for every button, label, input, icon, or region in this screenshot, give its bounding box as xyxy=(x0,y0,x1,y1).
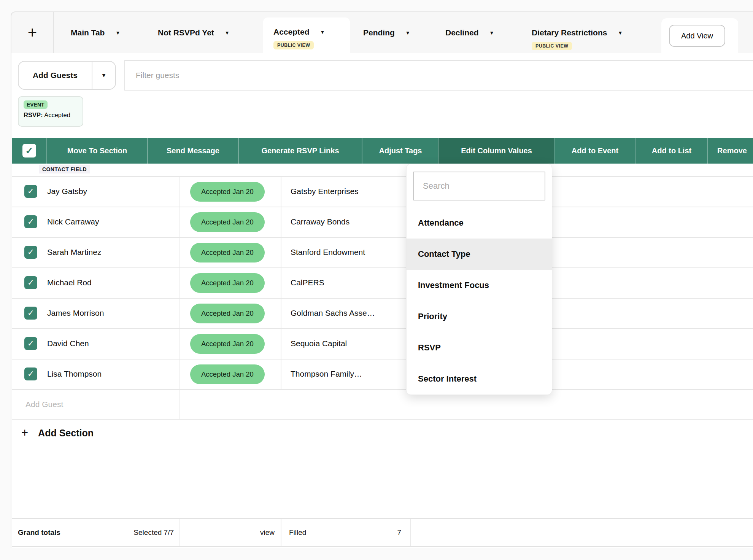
contact-field-column-header: CONTACT FIELD xyxy=(39,165,90,173)
select-all-checkbox[interactable]: ✓ xyxy=(22,144,36,158)
check-icon: ✓ xyxy=(27,369,34,379)
filter-field-value: Accepted xyxy=(44,111,70,118)
rsvp-status-badge[interactable]: Accepted Jan 20 xyxy=(190,243,265,262)
add-section-button[interactable]: + Add Section xyxy=(21,426,94,440)
remove-button[interactable]: Remove xyxy=(707,138,753,164)
add-view-button[interactable]: Add View xyxy=(669,25,725,47)
tab-label: Not RSVPd Yet xyxy=(158,28,214,37)
send-message-button[interactable]: Send Message xyxy=(147,138,238,164)
chevron-down-icon: ▼ xyxy=(101,72,106,78)
table-row: ✓ Lisa Thompson Accepted Jan 20 Thompson… xyxy=(12,359,753,389)
rsvp-status-badge[interactable]: Accepted Jan 20 xyxy=(190,334,265,354)
guest-list-app: + Main Tab ▼ Not RSVPd Yet ▼ Accepted ▼ … xyxy=(0,0,753,560)
tab-dietary-restrictions[interactable]: Dietary Restrictions ▼ PUBLIC VIEW xyxy=(532,12,623,53)
row-checkbox[interactable]: ✓ xyxy=(24,368,37,380)
company-cell[interactable]: Gatsby Enterprises xyxy=(291,177,359,206)
column-divider xyxy=(281,329,281,359)
menu-item-investment-focus[interactable]: Investment Focus xyxy=(407,270,552,301)
guest-name-cell[interactable]: Michael Rod xyxy=(47,268,92,297)
row-checkbox[interactable]: ✓ xyxy=(24,185,37,198)
column-divider xyxy=(281,177,281,207)
tab-label: Dietary Restrictions xyxy=(532,28,607,37)
view-tab-strip: + Main Tab ▼ Not RSVPd Yet ▼ Accepted ▼ … xyxy=(11,11,753,53)
check-icon: ✓ xyxy=(27,339,34,348)
company-cell[interactable]: Stanford Endowment xyxy=(291,238,365,267)
generate-rsvp-links-button[interactable]: Generate RSVP Links xyxy=(238,138,362,164)
add-to-list-button[interactable]: Add to List xyxy=(635,138,707,164)
column-divider xyxy=(180,207,180,237)
check-icon: ✓ xyxy=(25,145,33,156)
add-guests-dropdown-toggle[interactable]: ▼ xyxy=(92,62,115,89)
column-divider xyxy=(180,390,180,419)
table-row: ✓ James Morrison Accepted Jan 20 Goldman… xyxy=(12,298,753,328)
guest-name-cell[interactable]: Jay Gatsby xyxy=(47,177,87,206)
company-cell[interactable]: Goldman Sachs Asse… xyxy=(291,299,375,328)
guest-name-cell[interactable]: David Chen xyxy=(47,329,89,358)
row-checkbox[interactable]: ✓ xyxy=(24,246,37,259)
bulk-action-toolbar: ✓ Move To Section Send Message Generate … xyxy=(12,138,753,164)
check-icon: ✓ xyxy=(27,278,34,288)
add-guest-placeholder[interactable]: Add Guest xyxy=(25,390,63,419)
edit-column-values-button[interactable]: Edit Column Values xyxy=(438,138,554,164)
column-select-dropdown: Attendance Contact Type Investment Focus… xyxy=(406,164,552,395)
check-icon: ✓ xyxy=(27,186,34,196)
rsvp-status-badge[interactable]: Accepted Jan 20 xyxy=(190,212,265,232)
filter-field-label: RSVP: xyxy=(24,111,43,118)
tab-declined[interactable]: Declined ▼ xyxy=(445,12,494,53)
company-cell[interactable]: CalPERS xyxy=(291,268,324,297)
menu-item-attendance[interactable]: Attendance xyxy=(407,207,552,239)
check-icon: ✓ xyxy=(27,217,34,227)
menu-item-priority[interactable]: Priority xyxy=(407,301,552,332)
table-row: ✓ David Chen Accepted Jan 20 Sequoia Cap… xyxy=(12,328,753,359)
column-divider xyxy=(410,519,411,546)
guest-name-cell[interactable]: James Morrison xyxy=(47,299,104,328)
column-divider xyxy=(180,299,180,328)
row-checkbox[interactable]: ✓ xyxy=(24,307,37,320)
column-search-input[interactable] xyxy=(413,172,545,200)
company-cell[interactable]: Thompson Family… xyxy=(291,360,362,388)
add-tab-button[interactable]: + xyxy=(11,12,54,53)
menu-item-sector-interest[interactable]: Sector Interest xyxy=(407,363,552,395)
row-checkbox[interactable]: ✓ xyxy=(24,337,37,350)
add-guest-row[interactable]: Add Guest xyxy=(12,389,753,420)
move-to-section-button[interactable]: Move To Section xyxy=(46,138,147,164)
add-guests-split-button[interactable]: Add Guests ▼ xyxy=(18,61,116,90)
chevron-down-icon: ▼ xyxy=(618,30,623,36)
adjust-tags-button[interactable]: Adjust Tags xyxy=(362,138,438,164)
rsvp-status-badge[interactable]: Accepted Jan 20 xyxy=(190,182,265,202)
table-row: ✓ Michael Rod Accepted Jan 20 CalPERS xyxy=(12,267,753,298)
rsvp-status-badge[interactable]: Accepted Jan 20 xyxy=(190,364,265,384)
add-view-container: Add View xyxy=(661,18,738,53)
rsvp-status-badge[interactable]: Accepted Jan 20 xyxy=(190,304,265,323)
column-divider xyxy=(281,268,281,298)
guest-name-cell[interactable]: Lisa Thompson xyxy=(47,360,102,388)
select-all-cell: ✓ xyxy=(12,138,46,164)
tab-label: Pending xyxy=(363,28,395,37)
tab-pending[interactable]: Pending ▼ xyxy=(363,12,410,53)
rsvp-status-badge[interactable]: Accepted Jan 20 xyxy=(190,273,265,293)
column-divider xyxy=(281,519,281,546)
rsvp-column-summary[interactable]: view xyxy=(183,519,275,546)
menu-item-contact-type[interactable]: Contact Type xyxy=(407,239,552,270)
tab-accepted-active[interactable]: Accepted ▼ PUBLIC VIEW xyxy=(263,18,350,54)
add-guests-button[interactable]: Add Guests xyxy=(19,62,92,89)
row-checkbox[interactable]: ✓ xyxy=(24,276,37,289)
chevron-down-icon: ▼ xyxy=(489,30,494,36)
column-options-list: Attendance Contact Type Investment Focus… xyxy=(407,207,552,395)
company-cell[interactable]: Sequoia Capital xyxy=(291,329,347,358)
column-divider xyxy=(281,238,281,267)
menu-item-rsvp[interactable]: RSVP xyxy=(407,332,552,363)
selected-count: Selected 7/7 xyxy=(12,519,174,546)
guest-name-cell[interactable]: Sarah Martinez xyxy=(47,238,101,267)
chevron-down-icon: ▼ xyxy=(115,30,120,36)
guest-name-cell[interactable]: Nick Carraway xyxy=(47,207,99,236)
row-checkbox[interactable]: ✓ xyxy=(24,215,37,228)
tab-main-tab[interactable]: Main Tab ▼ xyxy=(71,12,120,53)
filter-guests-input[interactable] xyxy=(124,60,753,91)
add-to-event-button[interactable]: Add to Event xyxy=(554,138,635,164)
plus-icon: + xyxy=(21,426,28,440)
column-divider xyxy=(180,329,180,359)
tab-not-rsvpd-yet[interactable]: Not RSVPd Yet ▼ xyxy=(158,12,230,53)
company-cell[interactable]: Carraway Bonds xyxy=(291,207,349,236)
rsvp-filter-chip[interactable]: EVENT RSVP: Accepted xyxy=(18,96,83,127)
